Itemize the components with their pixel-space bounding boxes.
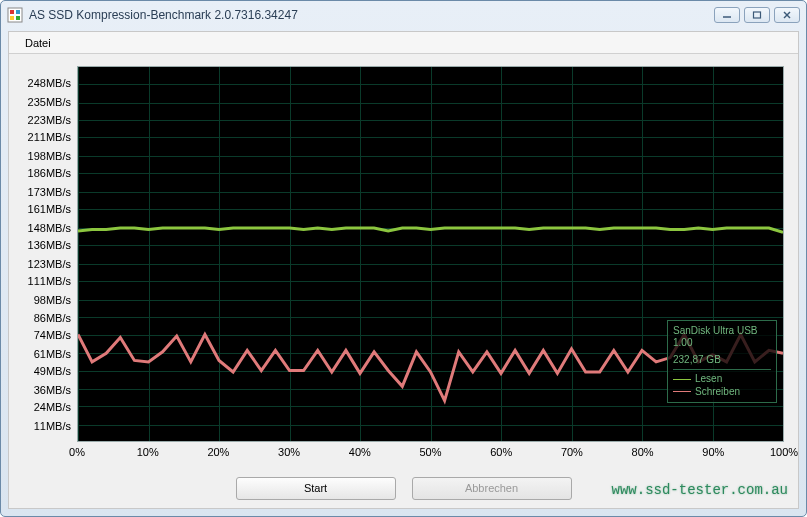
y-tick-label: 136MB/s [28,239,71,251]
y-tick-label: 61MB/s [34,348,71,360]
menubar: Datei [9,32,798,54]
chart-area: 11MB/s24MB/s36MB/s49MB/s61MB/s74MB/s86MB… [19,62,788,464]
y-tick-label: 98MB/s [34,294,71,306]
x-tick-label: 20% [207,446,229,458]
x-tick-label: 30% [278,446,300,458]
titlebar: AS SSD Kompression-Benchmark 2.0.7316.34… [1,1,806,29]
legend-write: Schreiben [673,386,771,399]
menu-file[interactable]: Datei [17,35,59,51]
x-tick-label: 10% [137,446,159,458]
y-tick-label: 248MB/s [28,77,71,89]
y-tick-label: 235MB/s [28,96,71,108]
maximize-button[interactable] [744,7,770,23]
window-controls [714,7,800,23]
y-tick-label: 123MB/s [28,258,71,270]
y-tick-label: 161MB/s [28,203,71,215]
x-tick-label: 100% [770,446,798,458]
start-button[interactable]: Start [236,477,396,500]
x-axis: 0%10%20%30%40%50%60%70%80%90%100% [77,444,784,464]
legend-write-swatch [673,391,691,392]
plot-surface: SanDisk Ultra USB 1.00 232,87 GB Lesen S… [77,66,784,442]
y-tick-label: 223MB/s [28,114,71,126]
y-tick-label: 211MB/s [28,131,71,143]
x-tick-label: 40% [349,446,371,458]
legend-device: SanDisk Ultra USB [673,325,771,338]
x-tick-label: 50% [419,446,441,458]
watermark: www.ssd-tester.com.au [612,482,788,498]
x-tick-label: 60% [490,446,512,458]
y-tick-label: 24MB/s [34,401,71,413]
window-title: AS SSD Kompression-Benchmark 2.0.7316.34… [29,8,714,22]
series-lesen [78,228,783,232]
gridline-v [783,67,784,441]
y-tick-label: 11MB/s [34,420,71,432]
abort-button[interactable]: Abbrechen [412,477,572,500]
y-tick-label: 173MB/s [28,186,71,198]
y-tick-label: 148MB/s [28,222,71,234]
svg-rect-3 [10,16,14,20]
y-tick-label: 49MB/s [34,365,71,377]
client-area: Datei 11MB/s24MB/s36MB/s49MB/s61MB/s74MB… [8,31,799,509]
y-tick-label: 86MB/s [34,312,71,324]
app-window: AS SSD Kompression-Benchmark 2.0.7316.34… [0,0,807,517]
x-tick-label: 80% [632,446,654,458]
svg-rect-4 [16,16,20,20]
legend-read-label: Lesen [695,373,722,386]
legend-write-label: Schreiben [695,386,740,399]
svg-rect-1 [10,10,14,14]
y-tick-label: 198MB/s [28,150,71,162]
legend-read-swatch [673,379,691,380]
x-tick-label: 70% [561,446,583,458]
minimize-button[interactable] [714,7,740,23]
y-tick-label: 74MB/s [34,329,71,341]
legend-box: SanDisk Ultra USB 1.00 232,87 GB Lesen S… [667,320,777,404]
legend-read: Lesen [673,373,771,386]
svg-rect-6 [754,12,761,18]
legend-version: 1.00 [673,337,771,350]
y-tick-label: 36MB/s [34,384,71,396]
x-tick-label: 90% [702,446,724,458]
x-tick-label: 0% [69,446,85,458]
close-button[interactable] [774,7,800,23]
y-tick-label: 111MB/s [28,275,71,287]
app-icon [7,7,23,23]
legend-capacity: 232,87 GB [673,354,771,367]
y-tick-label: 186MB/s [28,167,71,179]
y-axis: 11MB/s24MB/s36MB/s49MB/s61MB/s74MB/s86MB… [19,66,75,442]
svg-rect-2 [16,10,20,14]
